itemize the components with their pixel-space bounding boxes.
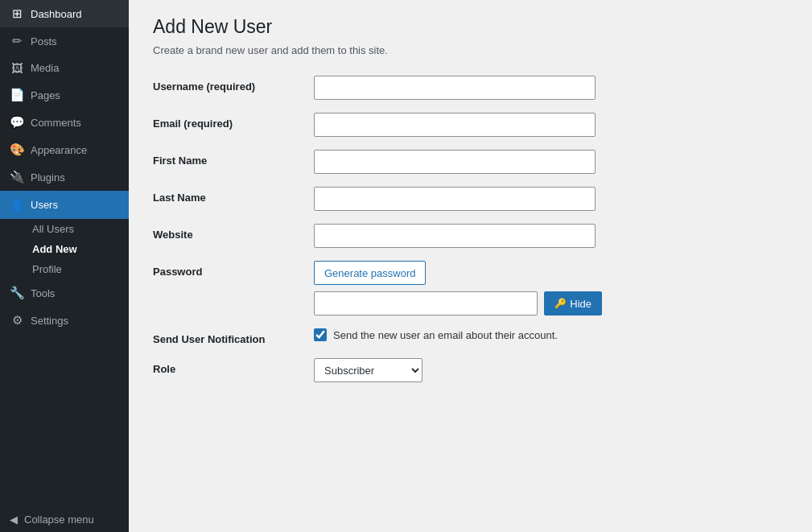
- notification-checkbox-row: Send the new user an email about their a…: [314, 328, 765, 341]
- users-submenu: All Users Add New Profile: [0, 219, 129, 279]
- sidebar-item-label: Pages: [31, 89, 60, 101]
- password-field: Generate password 🔑 Hide: [314, 261, 765, 315]
- add-user-form: Username (required) Email (required) Fir…: [153, 76, 765, 382]
- notification-label: Send User Notification: [153, 328, 314, 345]
- plugins-icon: 🔌: [10, 170, 24, 184]
- eye-slash-icon: 🔑: [554, 298, 567, 309]
- posts-icon: ✏: [10, 34, 24, 48]
- email-label: Email (required): [153, 113, 314, 130]
- notification-row: Send User Notification Send the new user…: [153, 328, 765, 345]
- sidebar-item-users[interactable]: 👤 Users ◀: [0, 191, 129, 219]
- sidebar-item-dashboard[interactable]: ⊞ Dashboard: [0, 0, 129, 27]
- collapse-menu-label: Collapse menu: [24, 513, 94, 526]
- lastname-input[interactable]: [314, 187, 596, 211]
- website-label: Website: [153, 224, 314, 241]
- sidebar: ⊞ Dashboard ✏ Posts 🖼 Media 📄 Pages 💬 Co…: [0, 0, 129, 532]
- website-field: [314, 224, 765, 248]
- email-row: Email (required): [153, 113, 765, 137]
- sidebar-item-label: Plugins: [31, 171, 65, 184]
- password-label: Password: [153, 261, 314, 278]
- sidebar-item-appearance[interactable]: 🎨 Appearance: [0, 136, 129, 163]
- sidebar-item-label: Comments: [31, 117, 81, 129]
- send-notification-checkbox[interactable]: [314, 328, 327, 341]
- page-title: Add New User: [153, 16, 788, 38]
- comments-icon: 💬: [10, 115, 24, 130]
- sidebar-item-settings[interactable]: ⚙ Settings: [0, 307, 129, 334]
- generate-password-area: Generate password: [314, 261, 765, 285]
- sidebar-item-label: Posts: [31, 35, 57, 47]
- sidebar-item-all-users[interactable]: All Users: [8, 219, 129, 239]
- dashboard-icon: ⊞: [10, 6, 24, 21]
- email-input[interactable]: [314, 113, 596, 137]
- website-input[interactable]: [314, 224, 596, 248]
- sidebar-item-tools[interactable]: 🔧 Tools: [0, 279, 129, 307]
- tools-icon: 🔧: [10, 286, 24, 300]
- password-input[interactable]: [314, 291, 538, 315]
- firstname-row: First Name: [153, 150, 765, 174]
- hide-password-button[interactable]: 🔑 Hide: [544, 291, 602, 315]
- sidebar-item-add-new[interactable]: Add New: [8, 239, 129, 259]
- notification-field: Send the new user an email about their a…: [314, 328, 765, 341]
- firstname-label: First Name: [153, 150, 314, 167]
- generate-password-button[interactable]: Generate password: [314, 261, 426, 285]
- sidebar-item-media[interactable]: 🖼 Media: [0, 55, 129, 81]
- lastname-label: Last Name: [153, 187, 314, 204]
- lastname-field: [314, 187, 765, 211]
- sidebar-item-pages[interactable]: 📄 Pages: [0, 81, 129, 109]
- role-field: Subscriber Contributor Author Editor Adm…: [314, 358, 765, 382]
- sidebar-item-label: Media: [31, 62, 59, 74]
- role-row: Role Subscriber Contributor Author Edito…: [153, 358, 765, 382]
- username-field: [314, 76, 765, 100]
- password-input-row: 🔑 Hide: [314, 291, 602, 315]
- sidebar-item-label: Settings: [31, 315, 68, 327]
- role-select[interactable]: Subscriber Contributor Author Editor Adm…: [314, 358, 422, 382]
- collapse-icon: ◀: [10, 513, 18, 526]
- username-input[interactable]: [314, 76, 596, 100]
- sidebar-item-comments[interactable]: 💬 Comments: [0, 109, 129, 136]
- media-icon: 🖼: [10, 61, 24, 75]
- sidebar-item-plugins[interactable]: 🔌 Plugins: [0, 163, 129, 191]
- hide-btn-label: Hide: [570, 298, 591, 310]
- firstname-input[interactable]: [314, 150, 596, 174]
- pages-icon: 📄: [10, 88, 24, 102]
- main-content: Add New User Create a brand new user and…: [129, 0, 812, 532]
- role-label: Role: [153, 358, 314, 375]
- password-row: Password Generate password 🔑 Hide: [153, 261, 765, 315]
- sidebar-item-profile[interactable]: Profile: [8, 259, 129, 279]
- notification-text: Send the new user an email about their a…: [333, 329, 558, 341]
- username-row: Username (required): [153, 76, 765, 100]
- sidebar-item-label: Tools: [31, 287, 55, 299]
- sidebar-item-label: Appearance: [31, 144, 87, 156]
- collapse-menu-button[interactable]: ◀ Collapse menu: [0, 507, 129, 532]
- lastname-row: Last Name: [153, 187, 765, 211]
- email-field: [314, 113, 765, 137]
- page-subtitle: Create a brand new user and add them to …: [153, 44, 788, 56]
- sidebar-item-posts[interactable]: ✏ Posts: [0, 27, 129, 55]
- website-row: Website: [153, 224, 765, 248]
- sidebar-item-label: Users: [31, 199, 58, 211]
- firstname-field: [314, 150, 765, 174]
- appearance-icon: 🎨: [10, 142, 24, 157]
- sidebar-item-label: Dashboard: [31, 8, 82, 20]
- settings-icon: ⚙: [10, 313, 24, 328]
- users-icon: 👤: [10, 198, 24, 212]
- username-label: Username (required): [153, 76, 314, 93]
- users-arrow-icon: ◀: [109, 197, 119, 212]
